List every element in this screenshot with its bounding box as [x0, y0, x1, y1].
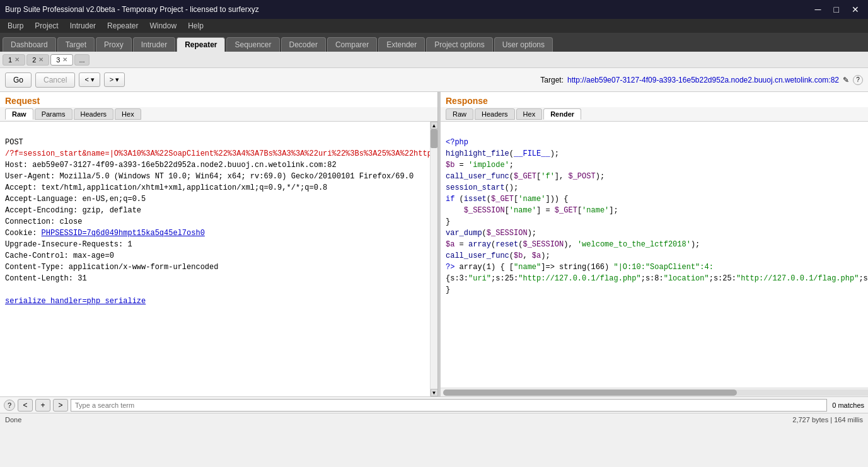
repeater-tab-1-label: 1: [8, 56, 12, 64]
bottom-help-button[interactable]: ?: [4, 400, 15, 411]
request-tab-params[interactable]: Params: [35, 108, 72, 120]
menu-window[interactable]: Window: [144, 20, 182, 32]
vscroll-thumb: [431, 129, 437, 148]
cancel-button[interactable]: Cancel: [35, 72, 75, 88]
target-url[interactable]: http://aeb59e07-3127-4f09-a393-16e5b22d9…: [567, 76, 839, 84]
target-label: Target:: [540, 76, 564, 84]
hscroll-thumb: [443, 389, 737, 396]
repeater-tab-3-label: 3: [56, 56, 60, 64]
response-tabs: Raw Headers Hex Render: [441, 107, 868, 122]
app-title: Burp Suite Professional v2.0beta - Tempo…: [5, 5, 259, 14]
response-code-area[interactable]: <?php highlight_file(__FILE__); $b = 'im…: [441, 122, 868, 388]
response-tab-raw[interactable]: Raw: [446, 108, 473, 120]
status-info: 2,727 bytes | 164 millis: [792, 416, 863, 424]
response-tab-headers[interactable]: Headers: [475, 108, 515, 120]
search-input[interactable]: [71, 399, 827, 412]
request-vscroll[interactable]: ▲ ▼: [430, 122, 437, 396]
back-button[interactable]: < ▾: [79, 72, 100, 87]
window-controls[interactable]: ─ □ ✕: [811, 3, 863, 16]
repeater-tab-more[interactable]: ...: [74, 54, 89, 66]
repeater-tab-3[interactable]: 3 ✕: [50, 54, 73, 66]
request-tab-headers[interactable]: Headers: [74, 108, 114, 120]
edit-icon[interactable]: ✎: [843, 76, 849, 84]
vscroll-down[interactable]: ▼: [431, 389, 438, 396]
tab-proxy[interactable]: Proxy: [96, 37, 132, 52]
minimize-btn[interactable]: ─: [811, 3, 825, 16]
status-bar: Done 2,727 bytes | 164 millis: [0, 413, 868, 425]
toolbar: Go Cancel < ▾ > ▾ Target: http://aeb59e0…: [0, 68, 868, 92]
request-code-area[interactable]: POST /?f=session_start&name=|O%3A10%3A%2…: [0, 122, 430, 396]
repeater-tab-bar: 1 ✕ 2 ✕ 3 ✕ ...: [0, 52, 868, 68]
tab-sequencer[interactable]: Sequencer: [226, 37, 279, 52]
response-tab-hex[interactable]: Hex: [516, 108, 543, 120]
request-title: Request: [0, 92, 437, 107]
request-tab-raw[interactable]: Raw: [5, 108, 33, 120]
search-prev-button[interactable]: <: [18, 399, 33, 412]
title-bar: Burp Suite Professional v2.0beta - Tempo…: [0, 0, 868, 19]
maximize-btn[interactable]: □: [830, 3, 843, 16]
repeater-tab-2-close[interactable]: ✕: [38, 56, 43, 63]
tab-repeater[interactable]: Repeater: [176, 37, 225, 52]
bottom-bar: ? < + > 0 matches: [0, 396, 868, 413]
menu-bar: Burp Project Intruder Repeater Window He…: [0, 19, 868, 33]
repeater-tab-1[interactable]: 1 ✕: [3, 54, 25, 66]
tab-user-options[interactable]: User options: [494, 37, 553, 52]
menu-burp[interactable]: Burp: [3, 20, 28, 32]
search-next-button[interactable]: >: [53, 399, 68, 412]
vscroll-up[interactable]: ▲: [431, 122, 438, 129]
go-button[interactable]: Go: [5, 72, 32, 88]
search-add-button[interactable]: +: [35, 399, 50, 412]
bottom-help-icon: ?: [8, 401, 11, 409]
request-content-row: POST /?f=session_start&name=|O%3A10%3A%2…: [0, 122, 437, 396]
response-hscroll[interactable]: [441, 388, 868, 396]
response-tab-render[interactable]: Render: [543, 108, 581, 120]
request-tab-hex[interactable]: Hex: [115, 108, 141, 120]
tab-extender[interactable]: Extender: [378, 37, 425, 52]
menu-project[interactable]: Project: [30, 20, 63, 32]
menu-help[interactable]: Help: [183, 20, 209, 32]
tab-target[interactable]: Target: [57, 37, 95, 52]
response-title: Response: [441, 92, 868, 107]
tab-decoder[interactable]: Decoder: [281, 37, 326, 52]
target-info: Target: http://aeb59e07-3127-4f09-a393-1…: [540, 75, 863, 85]
help-icon[interactable]: ?: [853, 75, 863, 85]
request-panel: Request Raw Params Headers Hex POST /?f=…: [0, 92, 438, 396]
response-panel: Response Raw Headers Hex Render <?php hi…: [441, 92, 868, 396]
request-tabs: Raw Params Headers Hex: [0, 107, 437, 122]
vscroll-thumb-area: [431, 129, 437, 389]
matches-label: 0 matches: [832, 401, 864, 409]
main-content: Request Raw Params Headers Hex POST /?f=…: [0, 92, 868, 396]
tab-intruder[interactable]: Intruder: [133, 37, 175, 52]
main-tab-bar: Dashboard Target Proxy Intruder Repeater…: [0, 33, 868, 52]
hscroll-track: [443, 389, 868, 396]
close-btn[interactable]: ✕: [848, 3, 863, 16]
repeater-tab-2[interactable]: 2 ✕: [26, 54, 49, 66]
response-content-row: <?php highlight_file(__FILE__); $b = 'im…: [441, 122, 868, 396]
repeater-tab-2-label: 2: [32, 56, 36, 64]
tab-dashboard[interactable]: Dashboard: [3, 37, 56, 52]
menu-intruder[interactable]: Intruder: [65, 20, 101, 32]
menu-repeater[interactable]: Repeater: [102, 20, 143, 32]
repeater-tab-1-close[interactable]: ✕: [14, 56, 20, 63]
status-text: Done: [5, 416, 21, 424]
tab-project-options[interactable]: Project options: [426, 37, 492, 52]
repeater-tab-3-close[interactable]: ✕: [62, 56, 67, 63]
forward-button[interactable]: > ▾: [104, 72, 125, 87]
tab-comparer[interactable]: Comparer: [327, 37, 377, 52]
